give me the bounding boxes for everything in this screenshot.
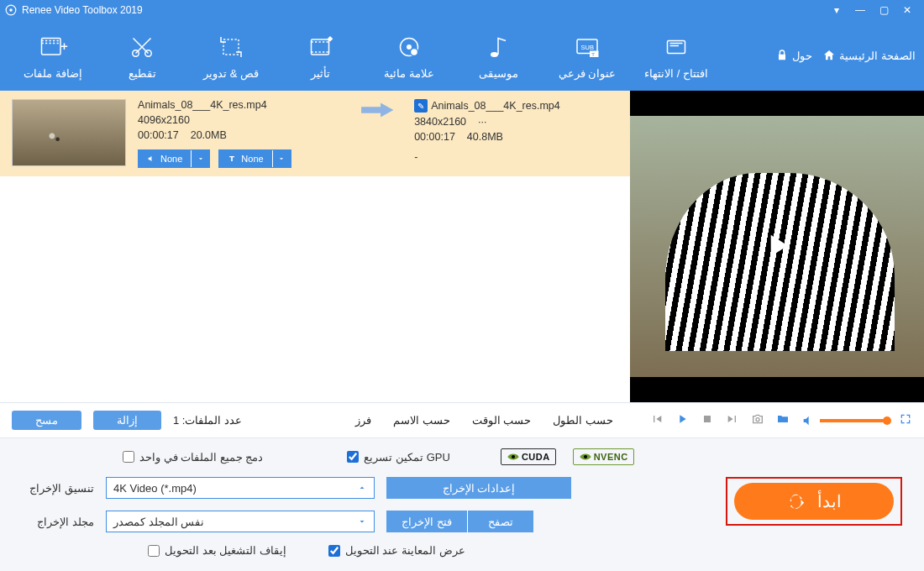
input-size: 20.0MB	[191, 129, 227, 141]
start-highlight-box: ابدأ	[726, 477, 902, 526]
tool-label: موسيقى	[479, 67, 518, 80]
tool-add-files[interactable]: إضافة ملفات	[8, 32, 97, 80]
volume-icon	[801, 414, 815, 427]
tool-label: إضافة ملفات	[24, 67, 82, 80]
app-logo-icon	[5, 4, 17, 16]
clear-button[interactable]: مسح	[12, 411, 81, 430]
tool-crop-rotate[interactable]: قص & تدوير	[186, 32, 276, 80]
input-filename: Animals_08___4K_res.mp4	[138, 99, 342, 111]
refresh-icon	[787, 492, 806, 511]
output-duration: 00:00:17	[414, 131, 455, 143]
gpu-checkbox[interactable]: تمكين تسريع GPU	[347, 451, 449, 464]
dropdown-value: None	[241, 154, 263, 164]
edit-icon[interactable]: ✎	[414, 99, 428, 113]
tool-label: تأثير	[311, 67, 330, 80]
svg-point-9	[411, 48, 418, 55]
svg-point-8	[407, 45, 412, 50]
tool-label: افتتاح / الانتهاء	[644, 67, 708, 80]
file-output-info: ✎Animals_08___4K_res.mp4 3840x2160 ··· 0…	[414, 99, 618, 163]
svg-point-1	[9, 8, 13, 12]
bottom-panel: دمج جميع الملفات في واحد تمكين تسريع GPU…	[0, 438, 924, 571]
home-icon	[822, 49, 836, 62]
tool-label: قص & تدوير	[203, 67, 259, 80]
speaker-icon	[147, 155, 155, 163]
checkbox-label: دمج جميع الملفات في واحد	[139, 451, 263, 464]
sort-by-time[interactable]: حسب الوقت	[472, 414, 532, 427]
snapshot-button[interactable]	[751, 412, 764, 428]
maximize-icon[interactable]: ▢	[872, 4, 895, 16]
sort-by-name[interactable]: حسب الاسم	[393, 414, 450, 427]
app-title: Renee Video Toolbox 2019	[22, 4, 143, 16]
input-resolution: 4096x2160	[138, 114, 342, 126]
fullscreen-button[interactable]	[899, 412, 912, 428]
minimize-icon[interactable]: —	[848, 4, 872, 16]
checkbox-label: إيقاف التشغيل بعد التحويل	[165, 544, 286, 557]
sort-label: فرز	[355, 414, 371, 427]
tool-subtitle[interactable]: SUBT عنوان فرعي	[543, 32, 632, 80]
top-toolbar: إضافة ملفات تقطيع قص & تدوير تأثير علامة…	[0, 20, 924, 91]
close-icon[interactable]: ✕	[895, 4, 919, 16]
shutdown-checkbox[interactable]: إيقاف التشغيل بعد التحويل	[148, 544, 286, 557]
tool-music[interactable]: موسيقى	[454, 32, 543, 80]
link-label: الصفحة الرئيسية	[839, 50, 916, 62]
output-format-label: تنسيق الإخراج	[17, 482, 94, 495]
tool-intro-outro[interactable]: افتتاح / الانتهاء	[632, 32, 721, 80]
conversion-arrow-icon	[354, 99, 402, 121]
output-folder-select[interactable]: نفس المجلد كمصدر	[106, 511, 375, 532]
file-count-label: عدد الملفات: 1	[173, 414, 242, 427]
video-preview[interactable]	[630, 91, 924, 402]
output-format-select[interactable]: 4K Video (*.mp4)	[106, 477, 375, 499]
dropdown-value: None	[160, 154, 182, 164]
nvidia-eye-icon	[579, 452, 592, 462]
chevron-down-icon	[191, 150, 209, 167]
file-item[interactable]: Animals_08___4K_res.mp4 4096x2160 00:00:…	[0, 91, 630, 176]
start-label: ابدأ	[817, 491, 842, 511]
tool-effects[interactable]: تأثير	[276, 32, 365, 80]
output-settings-button[interactable]: إعدادات الإخراج	[386, 477, 571, 499]
file-input-info: Animals_08___4K_res.mp4 4096x2160 00:00:…	[138, 99, 342, 168]
prev-button[interactable]	[650, 412, 664, 428]
mid-controls: مسح إزالة عدد الملفات: 1 فرز حسب الاسم ح…	[0, 403, 924, 438]
output-folder-label: مجلد الإخراج	[17, 516, 94, 528]
chevron-up-icon	[357, 483, 367, 493]
open-output-button[interactable]: فتح الإخراج	[386, 511, 468, 532]
min-tray-icon[interactable]: ▾	[825, 4, 848, 16]
checkbox-label: تمكين تسريع GPU	[364, 451, 449, 464]
open-folder-button[interactable]	[776, 412, 790, 428]
text-icon	[228, 155, 236, 163]
output-filename: Animals_08___4K_res.mp4	[431, 100, 560, 112]
link-about[interactable]: حول	[775, 49, 812, 62]
volume-control[interactable]	[801, 414, 887, 427]
svg-point-18	[512, 455, 515, 458]
output-resolution: 3840x2160	[414, 116, 466, 128]
subtitle-track-dropdown[interactable]: None	[218, 149, 291, 168]
checkbox-label: عرض المعاينة عند التحويل	[345, 544, 465, 557]
cuda-badge: CUDA	[501, 448, 556, 465]
link-home[interactable]: الصفحة الرئيسية	[822, 49, 916, 62]
input-duration: 00:00:17	[138, 129, 179, 141]
play-button[interactable]	[675, 412, 689, 428]
audio-track-dropdown[interactable]: None	[138, 149, 210, 168]
svg-rect-16	[704, 416, 711, 422]
select-value: 4K Video (*.mp4)	[113, 482, 197, 495]
file-list: Animals_08___4K_res.mp4 4096x2160 00:00:…	[0, 91, 630, 402]
svg-point-17	[756, 418, 759, 422]
sort-by-len[interactable]: حسب الطول	[553, 414, 613, 427]
title-bar: Renee Video Toolbox 2019 ▾ — ▢ ✕	[0, 0, 924, 20]
preview-play-button[interactable]	[759, 227, 795, 266]
preview-checkbox[interactable]: عرض المعاينة عند التحويل	[328, 544, 465, 557]
remove-button[interactable]: إزالة	[93, 411, 161, 430]
file-thumbnail	[12, 99, 126, 166]
tool-cut[interactable]: تقطيع	[97, 32, 186, 80]
start-button[interactable]: ابدأ	[734, 483, 894, 520]
stop-button[interactable]	[701, 412, 714, 428]
output-more[interactable]: ···	[478, 116, 486, 128]
chevron-down-icon	[357, 516, 367, 526]
tool-label: تقطيع	[129, 67, 156, 80]
next-button[interactable]	[726, 412, 739, 428]
output-size: 40.8MB	[467, 131, 503, 143]
merge-checkbox[interactable]: دمج جميع الملفات في واحد	[123, 451, 263, 464]
tool-watermark[interactable]: علامة مائية	[365, 32, 454, 80]
browse-output-button[interactable]: تصفح	[468, 511, 533, 532]
chevron-down-icon	[272, 150, 291, 167]
